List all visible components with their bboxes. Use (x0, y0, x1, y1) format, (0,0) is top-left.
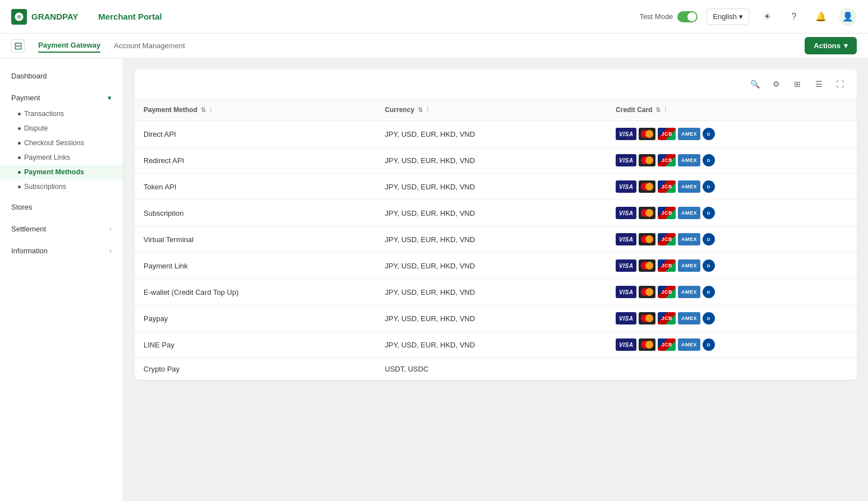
logo-area: GRANDPAY (11, 9, 78, 25)
help-icon[interactable]: ? (785, 8, 803, 26)
visa-card-icon: VISA (616, 259, 636, 272)
grid-view-icon[interactable]: ⊞ (789, 76, 805, 92)
subnav-payment-gateway[interactable]: Payment Gateway (38, 39, 100, 53)
bell-icon[interactable]: 🔔 (812, 8, 830, 26)
amex-card-icon: AMEX (678, 180, 700, 193)
table-row: SubscriptionJPY, USD, EUR, HKD, VND VISA… (135, 200, 857, 226)
cell-payment-method: Payment Link (135, 253, 376, 279)
actions-button[interactable]: Actions ▾ (805, 37, 857, 54)
sidebar-item-checkout-sessions[interactable]: Checkout Sessions (0, 136, 123, 150)
table-row: E-wallet (Credit Card Top Up)JPY, USD, E… (135, 279, 857, 305)
table-row: Direct APIJPY, USD, EUR, HKD, VND VISA J… (135, 121, 857, 147)
cell-currency: JPY, USD, EUR, HKD, VND (376, 226, 607, 253)
expand-icon[interactable]: ⛶ (832, 76, 848, 92)
mastercard-icon (639, 259, 655, 272)
sidebar-item-settlement[interactable]: Settlement › (0, 220, 123, 238)
cell-credit-card: VISA JCB AMEX D (607, 253, 857, 279)
card-icons: VISA JCB AMEX D (616, 180, 848, 193)
table-row: PaypayJPY, USD, EUR, HKD, VND VISA JCB A… (135, 305, 857, 332)
dot-icon (18, 185, 21, 188)
chevron-icon: ▾ (108, 94, 112, 102)
brightness-icon[interactable]: ☀ (758, 8, 776, 26)
mastercard-icon (639, 180, 655, 193)
mastercard-icon (639, 286, 655, 298)
sidebar-item-payment-links[interactable]: Payment Links (0, 150, 123, 165)
cell-credit-card: VISA JCB AMEX D (607, 200, 857, 226)
cell-payment-method: Paypay (135, 305, 376, 332)
jcb-card-icon: JCB (658, 338, 676, 351)
jcb-card-icon: JCB (658, 259, 676, 272)
test-mode-label: Test Mode (639, 12, 673, 21)
cell-credit-card (607, 358, 857, 381)
cell-credit-card: VISA JCB AMEX D (607, 226, 857, 253)
table-row: Virtual TerminalJPY, USD, EUR, HKD, VND … (135, 226, 857, 253)
cell-currency: JPY, USD, EUR, HKD, VND (376, 121, 607, 147)
sidebar-item-payment[interactable]: Payment ▾ (0, 89, 123, 106)
sidebar-item-transactions[interactable]: Transactions (0, 106, 123, 121)
card-icons: VISA JCB AMEX D (616, 259, 848, 272)
diners-card-icon: D (703, 286, 715, 298)
dot-icon (18, 113, 21, 115)
logo-text: GRANDPAY (31, 12, 78, 21)
diners-card-icon: D (703, 207, 715, 219)
test-mode-toggle[interactable] (677, 11, 698, 22)
amex-card-icon: AMEX (678, 233, 700, 245)
jcb-card-icon: JCB (658, 207, 676, 219)
mastercard-icon (639, 233, 655, 245)
cell-currency: JPY, USD, EUR, HKD, VND (376, 332, 607, 358)
dot-icon (18, 127, 21, 130)
amex-card-icon: AMEX (678, 128, 700, 140)
table-row: Redirect APIJPY, USD, EUR, HKD, VND VISA… (135, 147, 857, 174)
search-icon[interactable]: 🔍 (747, 76, 763, 92)
cell-currency: JPY, USD, EUR, HKD, VND (376, 305, 607, 332)
chevron-down-icon: ▾ (739, 12, 743, 21)
table-row: Payment LinkJPY, USD, EUR, HKD, VND VISA… (135, 253, 857, 279)
card-icons: VISA JCB AMEX D (616, 338, 848, 351)
diners-card-icon: D (703, 233, 715, 245)
mastercard-icon (639, 154, 655, 166)
sidebar-item-subscriptions[interactable]: Subscriptions (0, 179, 123, 194)
diners-card-icon: D (703, 180, 715, 193)
sidebar-item-dashboard[interactable]: Dashboard (0, 67, 123, 85)
visa-card-icon: VISA (616, 338, 636, 351)
amex-card-icon: AMEX (678, 312, 700, 324)
jcb-card-icon: JCB (658, 154, 676, 166)
jcb-card-icon: JCB (658, 286, 676, 298)
filter-icon[interactable]: ⚙ (768, 76, 784, 92)
card-icons: VISA JCB AMEX D (616, 312, 848, 324)
sidebar-item-dispute[interactable]: Dispute (0, 121, 123, 136)
visa-card-icon: VISA (616, 207, 636, 219)
language-selector[interactable]: English ▾ (707, 8, 749, 25)
test-mode-area: Test Mode (639, 11, 698, 22)
cell-credit-card: VISA JCB AMEX D (607, 121, 857, 147)
sidebar-item-stores[interactable]: Stores (0, 198, 123, 216)
dot-icon (18, 142, 21, 145)
visa-card-icon: VISA (616, 154, 636, 166)
sidebar-item-information[interactable]: Information › (0, 242, 123, 259)
col-header-payment-method: Payment Method ⇅ ⋮ (135, 99, 376, 121)
list-view-icon[interactable]: ☰ (811, 76, 827, 92)
sidebar-item-payment-methods[interactable]: Payment Methods (0, 165, 123, 179)
sidebar: Dashboard Payment ▾ Transactions Dispute (0, 58, 123, 501)
logo-icon (11, 9, 27, 25)
content-area: 🔍 ⚙ ⊞ ☰ ⛶ Payment Method (123, 58, 868, 501)
diners-card-icon: D (703, 259, 715, 272)
cell-payment-method: Subscription (135, 200, 376, 226)
subnav-account-management[interactable]: Account Management (114, 39, 184, 52)
cell-currency: USDT, USDC (376, 358, 607, 381)
jcb-card-icon: JCB (658, 180, 676, 193)
card-icons: VISA JCB AMEX D (616, 207, 848, 219)
cell-payment-method: LINE Pay (135, 332, 376, 358)
diners-card-icon: D (703, 312, 715, 324)
cell-currency: JPY, USD, EUR, HKD, VND (376, 174, 607, 200)
diners-card-icon: D (703, 128, 715, 140)
mastercard-icon (639, 338, 655, 351)
visa-card-icon: VISA (616, 233, 636, 245)
user-avatar[interactable]: 👤 (839, 8, 857, 26)
cell-payment-method: E-wallet (Credit Card Top Up) (135, 279, 376, 305)
table-row: LINE PayJPY, USD, EUR, HKD, VND VISA JCB… (135, 332, 857, 358)
sidebar-toggle[interactable]: ⊟ (11, 39, 25, 53)
visa-card-icon: VISA (616, 180, 636, 193)
cell-payment-method: Virtual Terminal (135, 226, 376, 253)
cell-credit-card: VISA JCB AMEX D (607, 332, 857, 358)
